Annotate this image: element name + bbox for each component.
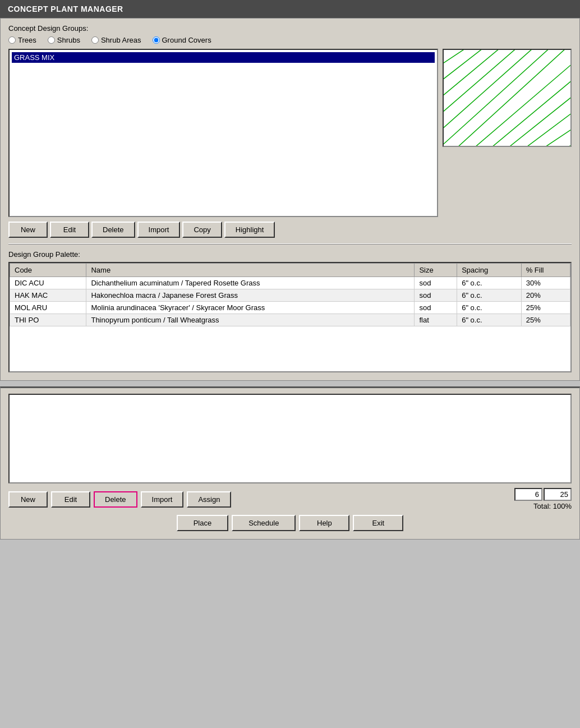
bottom-assign-button[interactable]: Assign: [187, 491, 231, 508]
new-button[interactable]: New: [8, 222, 48, 238]
palette-table-wrapper: Code Name Size Spacing % Fill DIC ACUDic…: [8, 262, 572, 372]
palette-table: Code Name Size Spacing % Fill DIC ACUDic…: [10, 263, 570, 326]
table-cell-name: Hakonechloa macra / Japanese Forest Gras…: [86, 289, 415, 302]
table-cell-size: sod: [415, 277, 457, 289]
table-cell-spacing: 6" o.c.: [457, 302, 522, 314]
radio-shrubs[interactable]: Shrubs: [48, 36, 80, 44]
top-btn-row: New Edit Delete Import Copy Highlight: [8, 222, 572, 238]
import-button[interactable]: Import: [137, 222, 181, 238]
footer-btn-row: Place Schedule Help Exit: [8, 515, 572, 531]
table-cell-size: sod: [415, 302, 457, 314]
table-cell-size: flat: [415, 314, 457, 326]
table-cell-size: sod: [415, 289, 457, 302]
delete-button[interactable]: Delete: [91, 222, 135, 238]
schedule-button[interactable]: Schedule: [232, 515, 296, 531]
content-row: GRASS MIX: [8, 49, 572, 217]
pattern-preview: [443, 49, 572, 217]
table-header-row: Code Name Size Spacing % Fill: [10, 264, 570, 277]
exit-button[interactable]: Exit: [353, 515, 403, 531]
bottom-delete-button[interactable]: Delete: [94, 491, 137, 508]
title-bar: CONCEPT PLANT MANAGER: [0, 0, 580, 18]
table-cell-spacing: 6" o.c.: [457, 277, 522, 289]
help-button[interactable]: Help: [299, 515, 349, 531]
design-groups-label: Concept Design Groups:: [8, 24, 572, 33]
svg-line-4: [444, 50, 537, 132]
radio-shrub-areas-label: Shrub Areas: [101, 36, 141, 44]
table-cell-name: Dichanthelium acuminatum / Tapered Roset…: [86, 277, 415, 289]
svg-line-0: [444, 50, 471, 66]
col-header-name: Name: [86, 264, 415, 277]
total-label: Total: 100%: [533, 502, 572, 510]
table-cell-fill: 25%: [521, 314, 570, 326]
table-cell-name: Molinia arundinacea 'Skyracer' / Skyrace…: [86, 302, 415, 314]
col-header-size: Size: [415, 264, 457, 277]
svg-line-7: [461, 61, 570, 146]
svg-line-1: [444, 50, 488, 83]
table-cell-fill: 25%: [521, 302, 570, 314]
table-cell-spacing: 6" o.c.: [457, 314, 522, 326]
palette-label: Design Group Palette:: [8, 250, 572, 259]
table-cell-code: MOL ARU: [10, 302, 86, 314]
table-row[interactable]: DIC ACUDichanthelium acuminatum / Tapere…: [10, 277, 570, 289]
table-cell-fill: 30%: [521, 277, 570, 289]
svg-line-10: [510, 110, 570, 146]
value2-input[interactable]: [544, 488, 572, 501]
radio-trees-label: Trees: [18, 36, 36, 44]
radio-ground-covers[interactable]: Ground Covers: [153, 36, 211, 44]
table-row[interactable]: MOL ARUMolinia arundinacea 'Skyracer' / …: [10, 302, 570, 314]
svg-line-11: [526, 127, 570, 146]
svg-line-3: [444, 50, 521, 116]
main-top-panel: Concept Design Groups: Trees Shrubs Shru…: [0, 18, 580, 381]
bottom-import-button[interactable]: Import: [141, 491, 184, 508]
inputs-group: Total: 100%: [514, 488, 572, 510]
table-cell-code: THI PO: [10, 314, 86, 326]
plant-list-box[interactable]: GRASS MIX: [8, 49, 438, 217]
bottom-btn-row: New Edit Delete Import Assign Total: 100…: [8, 488, 572, 510]
col-header-code: Code: [10, 264, 86, 277]
highlight-button[interactable]: Highlight: [224, 222, 275, 238]
bottom-panel: New Edit Delete Import Assign Total: 100…: [0, 386, 580, 540]
place-button[interactable]: Place: [177, 515, 229, 531]
table-cell-spacing: 6" o.c.: [457, 289, 522, 302]
divider: [8, 243, 572, 245]
palette-empty-area: [10, 326, 570, 371]
pattern-display: [443, 49, 572, 147]
copy-button[interactable]: Copy: [182, 222, 222, 238]
table-row[interactable]: THI POThinopyrum ponticum / Tall Wheatgr…: [10, 314, 570, 326]
svg-line-5: [444, 50, 554, 146]
radio-trees[interactable]: Trees: [8, 36, 36, 44]
pattern-empty: [443, 149, 572, 214]
col-header-spacing: Spacing: [457, 264, 522, 277]
radio-ground-covers-label: Ground Covers: [162, 36, 211, 44]
list-item[interactable]: GRASS MIX: [12, 52, 435, 63]
inputs-row: [514, 488, 572, 501]
bottom-edit-button[interactable]: Edit: [51, 491, 90, 508]
title-label: CONCEPT PLANT MANAGER: [8, 4, 123, 13]
table-cell-fill: 20%: [521, 289, 570, 302]
edit-button[interactable]: Edit: [50, 222, 89, 238]
bottom-new-button[interactable]: New: [8, 491, 48, 508]
radio-shrub-areas[interactable]: Shrub Areas: [91, 36, 141, 44]
col-header-fill: % Fill: [521, 264, 570, 277]
table-cell-code: HAK MAC: [10, 289, 86, 302]
table-cell-code: DIC ACU: [10, 277, 86, 289]
radio-shrubs-label: Shrubs: [57, 36, 80, 44]
bottom-list-box[interactable]: [8, 394, 572, 483]
table-cell-name: Thinopyrum ponticum / Tall Wheatgrass: [86, 314, 415, 326]
table-row[interactable]: HAK MACHakonechloa macra / Japanese Fore…: [10, 289, 570, 302]
value1-input[interactable]: [514, 488, 542, 501]
radio-group: Trees Shrubs Shrub Areas Ground Covers: [8, 36, 572, 44]
